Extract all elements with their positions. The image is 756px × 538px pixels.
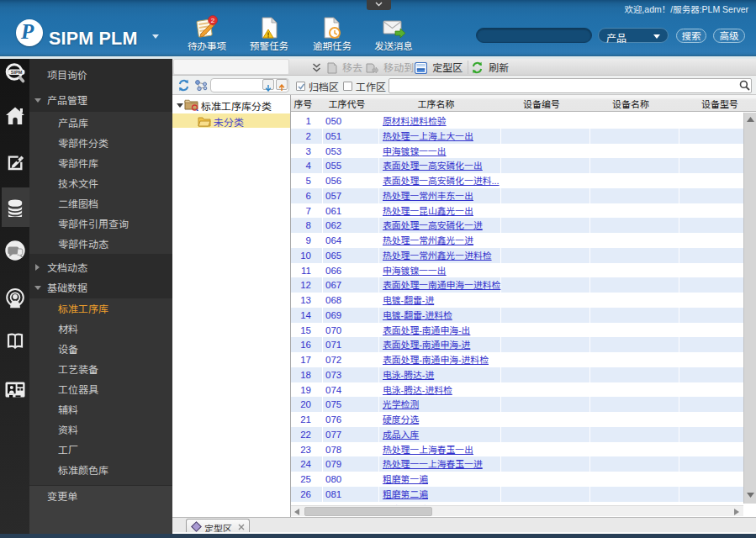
svg-text:2: 2 (211, 17, 215, 24)
svg-text:SIPM: SIPM (10, 70, 22, 75)
